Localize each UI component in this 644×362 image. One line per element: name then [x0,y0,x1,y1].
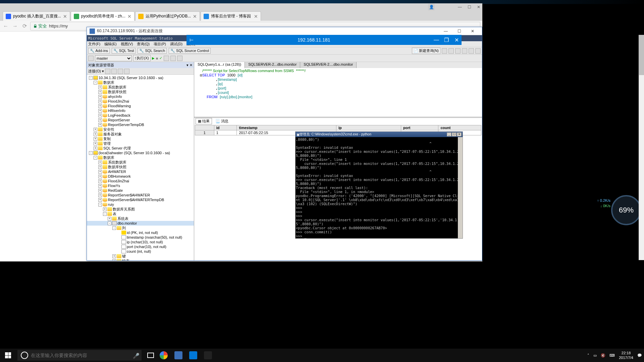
tree-toggle[interactable]: + [98,100,102,103]
toolbar-icon[interactable] [177,56,182,61]
battery-icon[interactable]: ▭ [593,353,597,358]
tree-toggle[interactable]: + [98,95,102,99]
tree-toggle[interactable]: + [98,175,102,178]
page-scrollbar[interactable] [639,35,644,260]
reload-button[interactable]: ⟳ [21,22,28,30]
toolbar-button[interactable]: 🔧 SQL Search [138,48,167,54]
database-dropdown[interactable]: master [95,55,132,61]
tree-node[interactable]: +ahycInfo [87,94,194,99]
tree-node[interactable]: count (int, null) [87,249,194,254]
ime-icon[interactable]: ⌨ [609,353,615,358]
conn-close[interactable]: ✕ [451,37,462,43]
tree-toggle[interactable]: - [89,76,93,80]
system-tray[interactable]: ˄ ▭ 🔇 ⌨ 22:18 2017/7/4 💬 [587,351,644,360]
clock[interactable]: 22:18 2017/7/4 [619,351,633,360]
toolbar-icon[interactable] [462,48,467,54]
tree-node[interactable]: +安全性 [87,127,194,132]
editor-tab[interactable]: SQLQuery1.s...r (sa (128)) [194,62,245,68]
toolbar-button[interactable]: 🔧 Add-ins [88,48,110,54]
cmd-close[interactable]: ✕ [457,132,462,136]
cmd-minimize[interactable]: _ [447,132,451,136]
tree-node[interactable]: -(local)\ahwater (SQL Server 10.0.1600 -… [87,150,194,155]
tree-node[interactable]: -列 [87,226,194,230]
tree-node[interactable]: -数据库 [87,155,194,160]
tree-node[interactable]: -dbo.monitor [87,221,194,226]
search-input[interactable] [31,353,130,358]
tree-node[interactable]: +系统数据库 [87,85,194,89]
tree-toggle[interactable]: + [98,109,102,113]
rdp-close[interactable]: ✕ [466,29,479,34]
tree-toggle[interactable]: - [94,81,97,84]
tree-toggle[interactable]: + [98,184,102,188]
cmd-scrollbar[interactable] [458,137,463,238]
pin-icon[interactable]: ⊢ [186,37,197,43]
tree-toggle[interactable]: + [98,118,102,122]
mic-icon[interactable]: 🎤 [133,353,138,358]
grid-header[interactable]: ip [336,125,401,130]
tree-toggle[interactable]: + [94,132,97,136]
tree-node[interactable]: +AHWATER [87,169,194,174]
task-view-button[interactable] [142,349,156,362]
cortana-icon[interactable] [21,352,28,359]
tree-node[interactable]: id (PK, int, not null) [87,230,194,235]
toolbar-icon[interactable] [455,48,461,54]
tree-toggle[interactable]: + [98,189,102,192]
tree-toggle[interactable]: + [112,259,116,261]
toolbar-icon[interactable] [448,48,454,54]
object-tree[interactable]: -10.34.1.30 (SQL Server 10.0.1600 - sa)-… [87,75,194,260]
tree-node[interactable]: -10.34.1.30 (SQL Server 10.0.1600 - sa) [87,75,194,80]
close-tab-icon[interactable]: ✕ [63,14,67,19]
tree-node[interactable]: +ReportServer [87,118,194,122]
toolbar-icon[interactable] [170,56,176,61]
tree-toggle[interactable]: + [98,193,102,197]
conn-minimize[interactable]: — [431,37,441,43]
app-taskbar[interactable] [186,349,201,362]
tree-toggle[interactable]: + [98,165,102,169]
tree-toggle[interactable]: + [98,104,102,108]
tree-node[interactable]: -数据库 [87,80,194,85]
toolbar-icon[interactable] [164,56,169,61]
taskbar[interactable]: 🎤 ˄ ▭ 🔇 ⌨ 22:18 2017/7/4 💬 [0,349,644,362]
menu-item[interactable]: 调试(D) [170,42,182,47]
results-tab[interactable]: ▦ 结果 [196,118,212,124]
terminal-taskbar[interactable] [201,349,215,362]
tree-node[interactable]: +数据库快照 [87,89,194,94]
close-tab-icon[interactable]: ✕ [254,14,258,19]
tree-node[interactable]: +ReportServerTempDB [87,122,194,127]
tree-toggle[interactable]: + [94,137,97,141]
editor-tabs[interactable]: SQLQuery1.s...r (sa (128))SQLSERVER-2...… [194,62,482,68]
back-button[interactable]: ← [2,22,9,30]
browser-tab[interactable]: 博客后台管理 - 博客园✕ [201,11,261,21]
tree-toggle[interactable]: + [112,254,116,258]
volume-icon[interactable]: 🔇 [601,353,605,358]
tree-node[interactable]: +SQL Server 代理 [87,146,194,150]
user-icon[interactable]: 👤 [428,4,435,10]
start-button[interactable] [0,349,16,362]
ssms-toolbar-1[interactable]: 🔧 Add-ins🔧 SQL Test🔧 SQL Search🔧 SQL Sou… [87,47,482,55]
tree-toggle[interactable]: + [98,179,102,183]
close-button[interactable]: ✕ [476,5,481,9]
tree-node[interactable]: +HRiverInfo [87,108,194,113]
net-widget[interactable]: 69% [611,195,641,225]
cmd-output[interactable]: ,8080,80)") ^ SyntaxError: invalid synta… [296,137,463,238]
rdp-maximize[interactable]: ☐ [452,29,466,34]
menu-item[interactable]: 查询(Q) [137,42,150,47]
tree-toggle[interactable]: - [112,226,116,230]
tree-toggle[interactable]: + [98,198,102,202]
grid-header[interactable]: timestamp [237,125,336,130]
rdp-titlebar[interactable]: 60.174.203.118:9091 - 远程桌面连接 — ☐ ✕ [87,27,482,35]
toolbar-button[interactable]: 🔧 SQL Test [112,48,136,54]
tree-toggle[interactable]: + [98,170,102,174]
tree-toggle[interactable]: + [98,85,102,89]
cmd-maximize[interactable]: ☐ [452,132,457,136]
tree-node[interactable]: +ReportServer$AHWATERTempDB [87,197,194,202]
grid-header[interactable]: id [214,125,237,130]
forward-button[interactable]: → [11,22,19,30]
tree-toggle[interactable]: - [89,151,93,155]
menu-item[interactable]: 文件(F) [88,42,100,47]
check-icon[interactable]: ✓ [159,56,162,60]
tree-node[interactable]: +FloodJinZhai [87,179,194,183]
toolbar-icon[interactable] [475,48,481,54]
result-tabs[interactable]: ▦ 结果 📃 消息 [194,118,482,124]
tray-chevron[interactable]: ˄ [587,353,589,358]
